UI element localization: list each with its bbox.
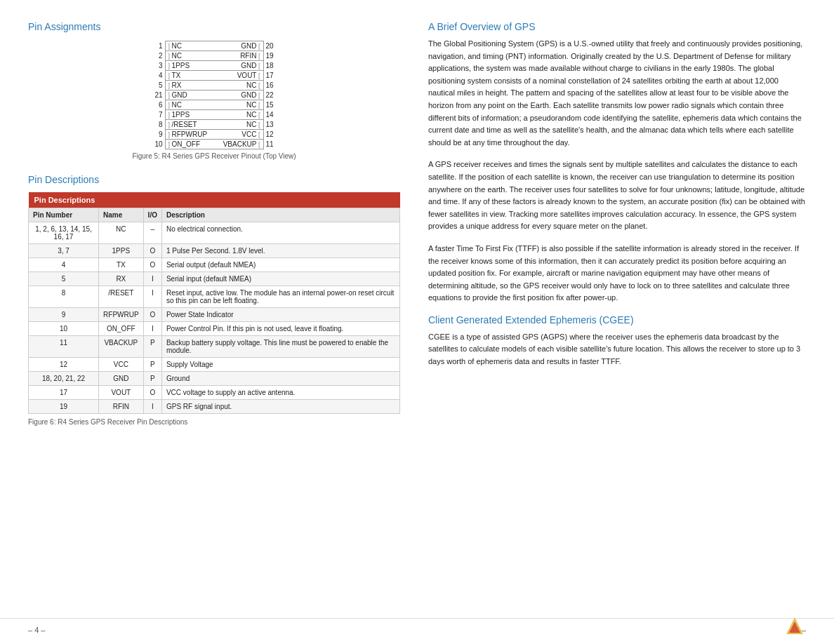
pin-left-name: ] RX — [165, 81, 214, 90]
pin-io: P — [143, 372, 161, 386]
pin-number: 1, 2, 6, 13, 14, 15, 16, 17 — [29, 222, 99, 244]
pin-diagram-table: 1 ] NC GND [ 20 2 ] NC RFIN [ 19 3 ] 1PP… — [152, 41, 276, 149]
pin-desc: Serial input (default NMEA) — [161, 272, 399, 286]
pin-right-name: VOUT [ — [214, 71, 263, 81]
table-row: 8 /RESET I Reset input, active low. The … — [29, 286, 400, 308]
col-header-cell: Name — [99, 208, 144, 222]
pin-name: NC — [99, 222, 144, 244]
pin-assignments-title: Pin Assignments — [28, 21, 400, 32]
pin-diagram-row: 2 ] NC RFIN [ 19 — [152, 51, 276, 61]
col-header-cell: Description — [161, 208, 399, 222]
col-header-cell: I/O — [143, 208, 161, 222]
pin-number: 9 — [29, 308, 99, 322]
pin-right-num: 14 — [263, 110, 276, 120]
gps-para2: A GPS receiver receives and times the si… — [428, 159, 806, 233]
pin-left-name: ] GND — [165, 90, 214, 100]
page-num-left: – 4 – — [28, 626, 45, 634]
pin-number: 18, 20, 21, 22 — [29, 372, 99, 386]
pin-right-num: 18 — [263, 61, 276, 71]
table-row: 5 RX I Serial input (default NMEA) — [29, 272, 400, 286]
pin-desc: Supply Voltage — [161, 358, 399, 372]
pin-name: RFIN — [99, 400, 144, 414]
pin-right-num: 17 — [263, 71, 276, 81]
pin-io: O — [143, 258, 161, 272]
pin-left-name: ] RFPWRUP — [165, 130, 214, 140]
pin-left-num: 3 — [152, 61, 165, 71]
table-row: 19 RFIN I GPS RF signal input. — [29, 400, 400, 414]
pin-right-num: 19 — [263, 51, 276, 61]
pin-right-name: RFIN [ — [214, 51, 263, 61]
pin-io: I — [143, 322, 161, 336]
pin-left-name: ] /RESET — [165, 120, 214, 130]
pin-right-name: GND [ — [214, 61, 263, 71]
pin-io: – — [143, 222, 161, 244]
pin-number: 8 — [29, 286, 99, 308]
pin-io: O — [143, 308, 161, 322]
figure1-caption: Figure 5: R4 Series GPS Receiver Pinout … — [28, 152, 400, 160]
pin-left-name: ] 1PPS — [165, 110, 214, 120]
pin-number: 5 — [29, 272, 99, 286]
pin-left-name: ] NC — [165, 100, 214, 110]
pin-left-name: ] ON_OFF — [165, 140, 214, 149]
pin-io: I — [143, 400, 161, 414]
table-row: 4 TX O Serial output (default NMEA) — [29, 258, 400, 272]
pin-desc: Power State Indicator — [161, 308, 399, 322]
pin-descriptions-title: Pin Descriptions — [28, 174, 400, 185]
pin-right-name: VCC [ — [214, 130, 263, 140]
table-row: 12 VCC P Supply Voltage — [29, 358, 400, 372]
pin-number: 17 — [29, 386, 99, 400]
pin-left-num: 2 — [152, 51, 165, 61]
pin-name: RFPWRUP — [99, 308, 144, 322]
pin-io: I — [143, 286, 161, 308]
pin-desc: Ground — [161, 372, 399, 386]
pin-right-num: 15 — [263, 100, 276, 110]
table-row: 3, 7 1PPS O 1 Pulse Per Second. 1.8V lev… — [29, 244, 400, 258]
pin-right-num: 12 — [263, 130, 276, 140]
pin-left-num: 6 — [152, 100, 165, 110]
table-row: 9 RFPWRUP O Power State Indicator — [29, 308, 400, 322]
table-header: Pin Descriptions — [29, 192, 400, 208]
pin-io: P — [143, 358, 161, 372]
pin-io: O — [143, 244, 161, 258]
pin-left-num: 9 — [152, 130, 165, 140]
gps-para1: The Global Positioning System (GPS) is a… — [428, 38, 806, 149]
pin-right-name: GND [ — [214, 90, 263, 100]
pin-descriptions-table: Pin Descriptions Pin NumberNameI/ODescri… — [28, 192, 400, 414]
pin-diagram-row: 21 ] GND GND [ 22 — [152, 90, 276, 100]
pin-left-num: 21 — [152, 90, 165, 100]
pin-desc: VCC voltage to supply an active antenna. — [161, 386, 399, 400]
logo-icon — [783, 615, 806, 637]
right-column: A Brief Overview of GPS The Global Posit… — [428, 21, 806, 604]
pin-left-num: 10 — [152, 140, 165, 149]
table-row: 1, 2, 6, 13, 14, 15, 16, 17 NC – No elec… — [29, 222, 400, 244]
pin-desc: Reset input, active low. The module has … — [161, 286, 399, 308]
pin-right-name: NC [ — [214, 120, 263, 130]
pin-desc: Serial output (default NMEA) — [161, 258, 399, 272]
pin-right-name: NC [ — [214, 100, 263, 110]
pin-name: GND — [99, 372, 144, 386]
pin-right-name: VBACKUP [ — [214, 140, 263, 149]
overview-title: A Brief Overview of GPS — [428, 21, 806, 32]
pin-desc: Power Control Pin. If this pin is not us… — [161, 322, 399, 336]
pin-desc: No electrical connection. — [161, 222, 399, 244]
table-row: 10 ON_OFF I Power Control Pin. If this p… — [29, 322, 400, 336]
pin-diagram-row: 10 ] ON_OFF VBACKUP [ 11 — [152, 140, 276, 149]
pin-name: RX — [99, 272, 144, 286]
pin-diagram-row: 7 ] 1PPS NC [ 14 — [152, 110, 276, 120]
figure2-caption: Figure 6: R4 Series GPS Receiver Pin Des… — [28, 418, 400, 426]
gps-para4: CGEE is a type of assisted GPS (AGPS) wh… — [428, 331, 806, 368]
pin-diagram: 1 ] NC GND [ 20 2 ] NC RFIN [ 19 3 ] 1PP… — [28, 41, 400, 149]
pin-name: ON_OFF — [99, 322, 144, 336]
pin-right-name: NC [ — [214, 81, 263, 90]
pin-right-num: 20 — [263, 41, 276, 51]
pin-name: 1PPS — [99, 244, 144, 258]
pin-right-num: 11 — [263, 140, 276, 149]
pin-desc: 1 Pulse Per Second. 1.8V level. — [161, 244, 399, 258]
pin-io: P — [143, 336, 161, 358]
cgee-title: Client Generated Extended Ephemeris (CGE… — [428, 314, 806, 326]
pin-right-name: GND [ — [214, 41, 263, 51]
pin-name: VBACKUP — [99, 336, 144, 358]
pin-number: 3, 7 — [29, 244, 99, 258]
table-row: 17 VOUT O VCC voltage to supply an activ… — [29, 386, 400, 400]
pin-name: VOUT — [99, 386, 144, 400]
